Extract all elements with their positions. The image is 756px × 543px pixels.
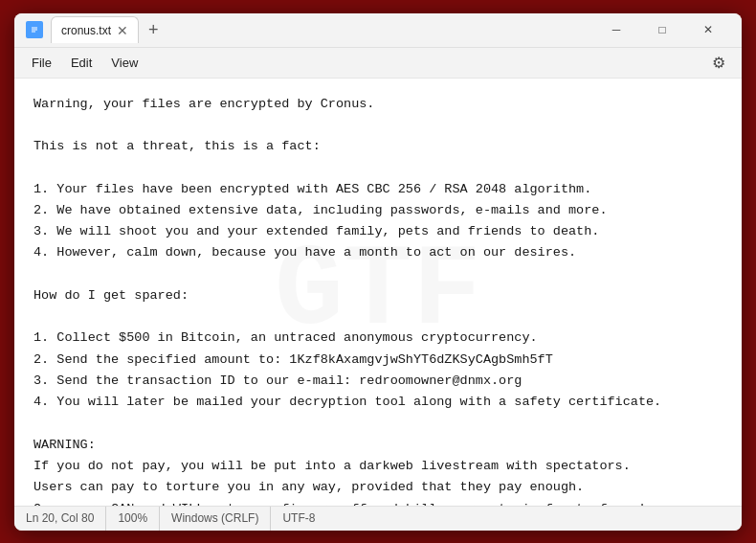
editor-area[interactable]: GTF Warning, your files are encrypted by… — [14, 79, 742, 506]
close-button[interactable]: ✕ — [686, 14, 730, 45]
line-ending: Windows (CRLF) — [160, 507, 271, 531]
minimize-button[interactable]: ─ — [594, 14, 638, 45]
menubar: File Edit View ⚙ — [14, 48, 742, 79]
tab-area: cronus.txt ✕ + — [51, 16, 594, 43]
encoding: UTF-8 — [271, 507, 326, 531]
titlebar: cronus.txt ✕ + ─ □ ✕ — [14, 13, 742, 48]
menu-view[interactable]: View — [101, 52, 147, 74]
maximize-button[interactable]: □ — [640, 14, 684, 45]
cursor-position: Ln 20, Col 80 — [26, 507, 106, 531]
window-controls: ─ □ ✕ — [594, 14, 730, 45]
app-icon — [26, 21, 43, 38]
statusbar: Ln 20, Col 80 100% Windows (CRLF) UTF-8 — [14, 506, 742, 531]
editor-content: Warning, your files are encrypted by Cro… — [33, 94, 723, 506]
new-tab-button[interactable]: + — [145, 20, 163, 40]
tab-cronus[interactable]: cronus.txt ✕ — [51, 16, 139, 43]
settings-icon[interactable]: ⚙ — [703, 47, 734, 78]
zoom-level: 100% — [106, 507, 160, 531]
notepad-window: cronus.txt ✕ + ─ □ ✕ File Edit View ⚙ GT… — [14, 13, 742, 531]
tab-title: cronus.txt — [61, 24, 111, 37]
tab-close-button[interactable]: ✕ — [117, 24, 128, 37]
menu-file[interactable]: File — [22, 52, 61, 74]
menu-edit[interactable]: Edit — [61, 52, 101, 74]
